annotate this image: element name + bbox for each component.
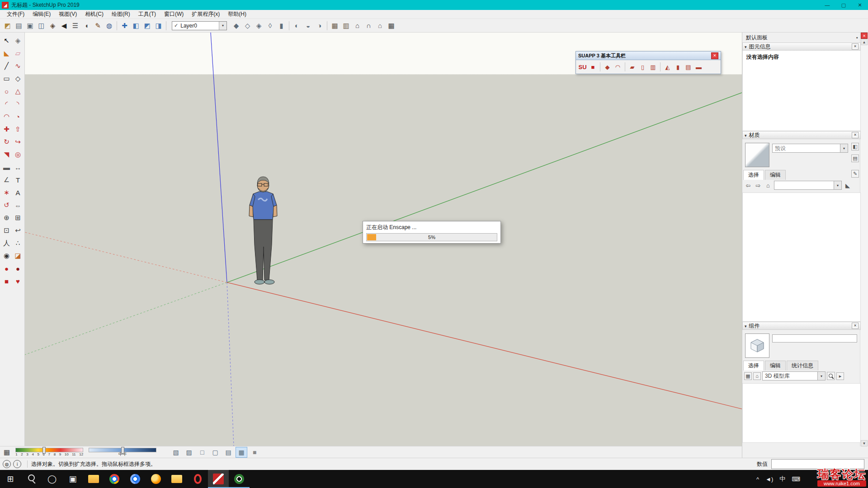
paint-bucket-tool-icon[interactable]: ◣ [1, 47, 12, 60]
chromium-taskbar-icon[interactable] [125, 470, 146, 488]
suapp-draw-icon[interactable]: ◆ [602, 62, 613, 72]
chat-icon[interactable]: ◖ [81, 20, 92, 31]
suapp-close-icon[interactable]: ✕ [711, 52, 718, 59]
previous-view-tool-icon[interactable]: ↩ [12, 224, 24, 237]
polygon-tool-icon[interactable]: △ [12, 85, 24, 98]
scale-figure[interactable] [249, 177, 277, 284]
suapp-tool-icon-2[interactable]: ● [12, 262, 24, 275]
folder-taskbar-icon[interactable] [166, 470, 187, 488]
house-icon[interactable]: ⌂ [352, 20, 363, 31]
touch-keyboard-icon[interactable]: ⌨ [792, 476, 800, 483]
view-iso-icon[interactable]: ◩ [142, 20, 153, 31]
menu-item[interactable]: 编辑(E) [28, 10, 55, 18]
speaker-icon[interactable]: ◄) [765, 476, 773, 483]
orbit-tool-icon[interactable]: ↺ [1, 199, 12, 211]
pin-icon[interactable]: ▪ [856, 35, 858, 40]
sketchup-taskbar-icon[interactable] [208, 470, 229, 488]
section-plane-tool-icon[interactable]: ◪ [12, 249, 24, 262]
navigation-icon[interactable]: ✚ [119, 20, 130, 31]
component-browser-icon[interactable]: ◈ [47, 20, 58, 31]
arch-icon[interactable]: ∩ [363, 20, 374, 31]
components-tab-edit[interactable]: 编辑 [765, 361, 786, 371]
scale-tool-icon[interactable]: ◥ [1, 148, 12, 161]
zoom-extents-tool-icon[interactable]: ⊡ [1, 224, 12, 237]
components-tab-select[interactable]: 选择 [743, 361, 764, 371]
components-tab-stats[interactable]: 统计信息 [787, 361, 818, 371]
suapp-logo-icon[interactable]: SU [577, 62, 588, 72]
union-icon[interactable]: ◑ [314, 20, 325, 31]
look-around-tool-icon[interactable]: ◉ [1, 249, 12, 262]
walk-tool-icon[interactable]: ∴ [12, 237, 24, 249]
offset-tool-icon[interactable]: ◎ [12, 148, 24, 161]
material-preset-combo[interactable]: 预设 [772, 144, 848, 153]
protractor-tool-icon[interactable]: ∠ [1, 174, 12, 186]
menu-item[interactable]: 相机(C) [81, 10, 108, 18]
print-icon[interactable]: ▤ [13, 20, 24, 31]
dropdown-arrow-icon[interactable] [219, 22, 226, 30]
suapp-slab-icon[interactable]: ▬ [693, 62, 704, 72]
styles-icon[interactable]: ◩ [2, 20, 13, 31]
intersect-icon[interactable]: ◒ [302, 20, 314, 31]
tape-measure-tool-icon[interactable]: ▬ [1, 161, 12, 174]
audio-toggle-icon[interactable]: ◀ [58, 20, 70, 31]
enscape-taskbar-icon[interactable] [229, 470, 250, 488]
materials-tab-select[interactable]: 选择 [743, 170, 764, 180]
suapp-toolbar-titlebar[interactable]: SUAPP 3 基本工具栏 ✕ [576, 52, 721, 60]
pan-tool-icon[interactable]: ⇔ [12, 199, 24, 211]
materials-header[interactable]: 材质 ✕ [742, 131, 861, 139]
menu-item[interactable]: 绘图(R) [108, 10, 134, 18]
time-slider-thumb[interactable] [121, 447, 124, 454]
select-tool-icon[interactable]: ↖ [1, 34, 12, 47]
chevron-up-icon[interactable]: ^ [756, 476, 759, 483]
measure-note-icon[interactable]: ✎ [92, 20, 104, 31]
suapp-tool-icon-1[interactable]: ● [1, 262, 12, 275]
make-group-icon[interactable]: ◇ [242, 20, 253, 31]
suapp-tool-icon-3[interactable]: ■ [1, 275, 12, 287]
details-icon[interactable]: ▸ [836, 372, 844, 380]
dropdown-arrow-icon[interactable] [817, 372, 825, 380]
start-button-icon[interactable]: ⊞ [0, 470, 21, 488]
components-header[interactable]: 组件 ✕ [742, 322, 861, 330]
firefox-taskbar-icon[interactable] [146, 470, 166, 488]
chrome-taskbar-icon[interactable] [104, 470, 125, 488]
entity-info-close-icon[interactable]: ✕ [852, 43, 859, 50]
outer-shell-icon[interactable]: ◐ [291, 20, 302, 31]
materials-list-area[interactable] [742, 192, 861, 322]
wireframe-style-icon[interactable]: □ [196, 447, 208, 458]
rectangle-tool-icon[interactable]: ▭ [1, 72, 12, 85]
suapp-wall-icon[interactable]: ▰ [627, 62, 637, 72]
make-component-icon[interactable]: ◆ [231, 20, 242, 31]
task-view-icon[interactable]: ▣ [62, 470, 83, 488]
in-model-icon[interactable]: ⌂ [764, 182, 772, 189]
materials-collection-combo[interactable] [774, 181, 842, 190]
layout-icon[interactable]: ▣ [24, 20, 36, 31]
grid-box-icon[interactable]: ▦ [386, 20, 397, 31]
follow-me-tool-icon[interactable]: ↪ [12, 136, 24, 148]
close-button[interactable]: ✕ [852, 0, 868, 10]
model-info-icon[interactable]: ◫ [36, 20, 47, 31]
x-ray-style-icon[interactable]: ▧ [170, 447, 182, 458]
arc-tool-icon[interactable]: ◜ [1, 98, 12, 110]
suapp-cube-icon[interactable]: ■ [588, 62, 598, 72]
paint-cursor-icon[interactable]: ◣ [844, 182, 852, 189]
suapp-tool-icon-4[interactable]: ♥ [12, 275, 24, 287]
materials-close-icon[interactable]: ✕ [852, 132, 859, 138]
menu-item[interactable]: 扩展程序(x) [188, 10, 224, 18]
view-top-icon[interactable]: ◨ [153, 20, 164, 31]
dropdown-arrow-icon[interactable] [840, 144, 848, 152]
warehouse-icon[interactable]: ▦ [329, 20, 340, 31]
search-icon[interactable] [827, 372, 835, 380]
menu-item[interactable]: 帮助(H) [224, 10, 250, 18]
shaded-style-icon[interactable]: ▤ [222, 447, 234, 458]
credits-icon[interactable]: i [13, 460, 21, 468]
forward-arrow-icon[interactable]: ⇨ [754, 182, 762, 189]
menu-item[interactable]: 文件(F) [3, 10, 28, 18]
line-tool-icon[interactable]: ╱ [1, 60, 12, 72]
panel-scrollbar[interactable]: ✕ ▲ ▼ [860, 33, 868, 446]
menu-item[interactable]: 工具(T) [134, 10, 160, 18]
edge-style-icon[interactable]: ☰ [70, 20, 81, 31]
suapp-column-icon[interactable]: ▮ [673, 62, 683, 72]
back-edges-style-icon[interactable]: ▨ [183, 447, 195, 458]
search-taskbar-icon[interactable] [21, 470, 42, 488]
scroll-down-icon[interactable]: ▼ [861, 440, 868, 446]
